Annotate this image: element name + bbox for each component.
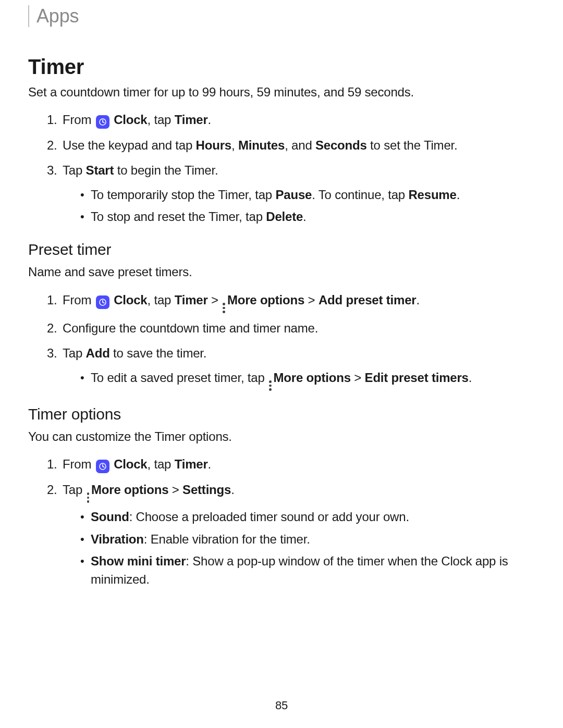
sound-label: Sound [91,510,129,524]
page-number: 85 [0,699,563,712]
start-label: Start [86,163,114,177]
text: . [457,188,460,202]
mini-timer-label: Show mini timer [91,554,186,568]
text: : Choose a preloaded timer sound or add … [129,510,409,524]
clock-label: Clock [114,113,147,127]
options-step-2: Tap More options > Settings. Sound: Choo… [60,480,527,589]
preset-step-1: From Clock, tap Timer > More options > A… [60,290,527,313]
text: : Enable vibration for the timer. [144,532,310,546]
timer-step-2: Use the keypad and tap Hours, Minutes, a… [60,135,527,155]
heading-timer-options: Timer options [28,405,527,423]
add-label: Add [86,346,110,360]
svg-line-8 [103,466,104,467]
text: . [303,209,306,224]
options-steps: From Clock, tap Timer. Tap More options … [28,454,527,589]
timer-steps: From Clock, tap Timer. Use the keypad an… [28,110,527,226]
more-options-icon [87,492,90,503]
clock-label: Clock [114,457,147,471]
text: , tap [148,457,175,471]
text: , [231,138,238,152]
clock-icon [96,295,109,309]
page-content: Apps Timer Set a countdown timer for up … [0,0,563,589]
timer-step3-sub: To temporarily stop the Timer, tap Pause… [63,186,527,227]
text: to begin the Timer. [114,163,218,177]
text: Use the keypad and tap [63,138,196,152]
text: From [63,113,95,127]
sep: > [208,293,222,307]
preset-step3-sub: To edit a saved preset timer, tap More o… [63,369,527,391]
text: . [208,457,211,471]
vibration-label: Vibration [91,532,144,546]
text: Tap [63,483,86,497]
timer-label: Timer [175,113,208,127]
timer-label: Timer [175,457,208,471]
text: , tap [148,293,175,307]
more-options-label: More options [91,483,168,497]
edit-preset-label: Edit preset timers [365,371,469,385]
text: , and [285,138,315,152]
text: . [469,371,472,385]
sep: > [351,371,365,385]
preset-sub-edit: To edit a saved preset timer, tap More o… [80,369,527,391]
minutes-label: Minutes [238,138,285,152]
text: to save the timer. [110,346,207,360]
timer-sub-pause: To temporarily stop the Timer, tap Pause… [80,186,527,204]
text: to set the Timer. [367,138,458,152]
text: , tap [148,113,175,127]
more-options-label: More options [227,293,304,307]
settings-label: Settings [182,483,231,497]
heading-preset: Preset timer [28,241,527,258]
text: . To continue, tap [312,188,408,202]
text: Tap [63,163,86,177]
timer-step-3: Tap Start to begin the Timer. To tempora… [60,161,527,226]
svg-line-5 [103,302,104,303]
timer-label: Timer [175,293,208,307]
clock-icon [96,115,109,129]
heading-timer: Timer [28,55,527,79]
option-mini-timer: Show mini timer: Show a pop-up window of… [80,552,527,589]
sep: > [168,483,182,497]
text: . [416,293,419,307]
sep: > [304,293,319,307]
text: Tap [63,346,86,360]
options-step-1: From Clock, tap Timer. [60,454,527,474]
text: To edit a saved preset timer, tap [91,371,268,385]
more-options-label: More options [274,371,351,385]
option-vibration: Vibration: Enable vibration for the time… [80,530,527,549]
clock-label: Clock [114,293,147,307]
option-sound: Sound: Choose a preloaded timer sound or… [80,508,527,526]
hours-label: Hours [196,138,231,152]
breadcrumb-wrap: Apps [28,5,527,27]
more-options-icon [269,380,272,391]
seconds-label: Seconds [315,138,367,152]
clock-icon [96,460,109,473]
more-options-icon [223,303,225,313]
delete-label: Delete [266,209,303,224]
text: To stop and reset the Timer, tap [91,209,266,224]
text: . [231,483,234,497]
options-step2-sub: Sound: Choose a preloaded timer sound or… [63,508,527,589]
pause-label: Pause [276,188,312,202]
timer-step-1: From Clock, tap Timer. [60,110,527,130]
preset-steps: From Clock, tap Timer > More options > A… [28,290,527,391]
preset-step-3: Tap Add to save the timer. To edit a sav… [60,343,527,391]
text: From [63,293,95,307]
text: From [63,457,95,471]
resume-label: Resume [408,188,456,202]
preset-step-2: Configure the countdown time and timer n… [60,318,527,338]
text: To temporarily stop the Timer, tap [91,188,276,202]
options-intro: You can customize the Timer options. [28,428,527,445]
add-preset-label: Add preset timer [319,293,417,307]
timer-sub-delete: To stop and reset the Timer, tap Delete. [80,208,527,226]
svg-line-2 [103,122,104,123]
breadcrumb: Apps [36,5,79,27]
preset-intro: Name and save preset timers. [28,264,527,280]
text: . [208,113,211,127]
timer-intro: Set a countdown timer for up to 99 hours… [28,84,527,101]
